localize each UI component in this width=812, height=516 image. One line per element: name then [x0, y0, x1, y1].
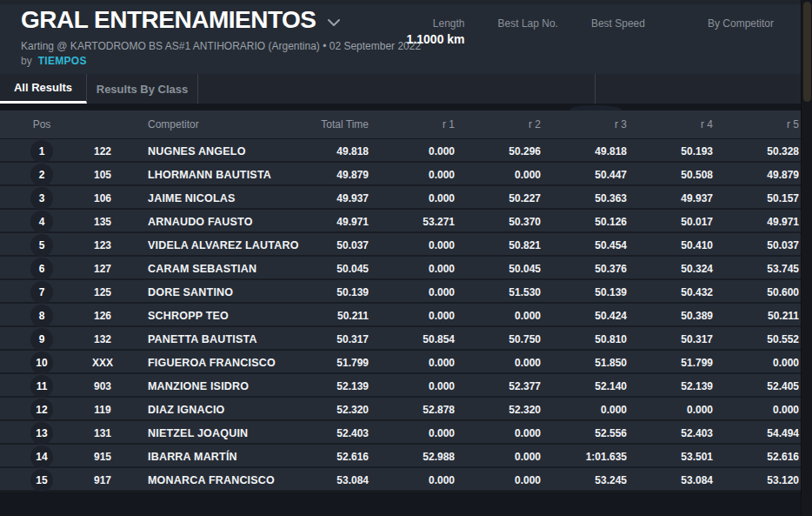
- table-row[interactable]: 10XXXFIGUEROA FRANCISCO51.7990.0000.0005…: [0, 351, 801, 374]
- total-time: 50.211: [287, 310, 370, 322]
- by-label: by: [21, 55, 32, 67]
- position-badge: 2: [30, 164, 53, 186]
- round-4-time: 50.389: [629, 310, 715, 322]
- column-header-r4: r 4: [629, 118, 715, 131]
- round-1-time: 50.854: [370, 333, 456, 345]
- organizer-link[interactable]: TIEMPOS: [38, 55, 87, 67]
- stat-length-value: 1.1000 km: [407, 32, 465, 46]
- position-badge: 12: [30, 399, 53, 421]
- round-3-time: 50.424: [542, 310, 629, 322]
- tab-results-by-class[interactable]: Results By Class: [87, 74, 198, 104]
- tab-all-results[interactable]: All Results: [0, 74, 87, 104]
- page-title: GRAL ENTRENAMIENTOS: [21, 5, 316, 35]
- round-2-time: 0.000: [456, 357, 542, 369]
- total-time: 50.317: [287, 333, 370, 345]
- round-5-time: 52.405: [715, 380, 801, 392]
- position-badge: 1: [30, 140, 53, 163]
- round-3-time: 53.245: [542, 474, 629, 486]
- table-row[interactable]: 14915IBARRA MARTÍN52.61652.9880.0001:01.…: [0, 445, 801, 468]
- round-4-time: 53.084: [629, 474, 715, 486]
- results-table-header: Pos Competitor Total Time r 1 r 2 r 3 r …: [0, 111, 801, 139]
- column-header-r1: r 1: [370, 118, 456, 131]
- table-row[interactable]: 6127CARAM SEBASTIAN50.0450.00050.04550.3…: [0, 257, 801, 280]
- round-5-time: 50.157: [715, 192, 801, 204]
- total-time: 53.084: [287, 474, 370, 486]
- round-4-time: 52.139: [629, 380, 715, 392]
- table-row[interactable]: 13131NIETZEL JOAQUIN52.4030.0000.00052.5…: [0, 421, 801, 445]
- round-1-time: 0.000: [370, 263, 456, 275]
- table-row[interactable]: 1122NUGNES ANGELO49.8180.00050.29649.818…: [0, 139, 801, 163]
- table-row[interactable]: 4135ARNAUDO FAUSTO49.97153.27150.37050.1…: [0, 210, 801, 233]
- round-3-time: 50.376: [542, 263, 629, 275]
- chevron-down-icon[interactable]: [327, 18, 341, 27]
- round-5-time: 50.552: [715, 333, 801, 345]
- round-3-time: 50.447: [542, 169, 629, 181]
- competitor-name: LHORMANN BAUTISTA: [122, 169, 287, 181]
- round-4-time: 50.432: [629, 286, 715, 298]
- tab-bar-divider: [0, 104, 801, 111]
- kart-number: XXX: [83, 357, 122, 369]
- stat-by-competitor-label: By Competitor: [708, 17, 774, 30]
- competitor-name: CARAM SEBASTIAN: [122, 263, 287, 275]
- total-time: 49.879: [287, 169, 370, 181]
- stat-by-competitor: By Competitor: [708, 17, 774, 46]
- round-5-time: 0.000: [715, 357, 801, 369]
- competitor-name: SCHROPP TEO: [122, 310, 287, 322]
- round-1-time: 0.000: [370, 286, 456, 298]
- round-5-time: 50.600: [715, 286, 801, 298]
- competitor-name: NUGNES ANGELO: [122, 145, 287, 157]
- round-5-time: 54.494: [715, 427, 801, 439]
- scrollbar-thumb[interactable]: [803, 2, 811, 102]
- round-2-time: 52.320: [456, 404, 542, 416]
- stat-best-speed: Best Speed: [591, 17, 645, 46]
- total-time: 51.799: [287, 357, 370, 369]
- table-row[interactable]: 7125DORE SANTINO50.1390.00051.53050.1395…: [0, 280, 801, 304]
- round-5-time: 49.971: [715, 216, 801, 228]
- stat-length: Length 1.1000 km: [407, 17, 465, 46]
- table-row[interactable]: 15917MONARCA FRANCISCO53.0840.0000.00053…: [0, 468, 801, 492]
- stat-best-lap-no-label: Best Lap No.: [498, 17, 558, 30]
- total-time: 49.937: [287, 192, 370, 204]
- position-badge: 14: [30, 446, 53, 468]
- round-2-time: 50.296: [456, 145, 542, 157]
- header-top-edge: [0, 0, 801, 4]
- table-row[interactable]: 8126SCHROPP TEO50.2110.0000.00050.42450.…: [0, 304, 801, 327]
- round-2-time: 50.750: [456, 333, 542, 345]
- round-3-time: 52.556: [542, 427, 629, 439]
- stat-by-competitor-value: [708, 32, 774, 46]
- round-1-time: 0.000: [370, 192, 456, 204]
- table-row[interactable]: 11903MANZIONE ISIDRO52.1390.00052.37752.…: [0, 374, 801, 398]
- total-time: 50.045: [287, 263, 370, 275]
- round-1-time: 0.000: [370, 145, 456, 157]
- round-1-time: 0.000: [370, 239, 456, 251]
- scrollbar-track[interactable]: [801, 0, 812, 516]
- table-row[interactable]: 9132PANETTA BAUTISTA50.31750.85450.75050…: [0, 327, 801, 351]
- round-3-time: 49.818: [542, 145, 629, 157]
- competitor-name: DIAZ IGNACIO: [122, 404, 287, 416]
- table-row[interactable]: 2105LHORMANN BAUTISTA49.8790.0000.00050.…: [0, 163, 801, 186]
- round-5-time: 50.037: [715, 239, 801, 251]
- round-4-time: 50.017: [629, 216, 715, 228]
- round-1-time: 0.000: [370, 474, 456, 486]
- column-header-r5: r 5: [715, 118, 801, 131]
- round-4-time: 50.317: [629, 333, 715, 345]
- round-3-time: 50.363: [542, 192, 629, 204]
- total-time: 49.818: [287, 145, 370, 157]
- table-row[interactable]: 12119DIAZ IGNACIO52.32052.87852.3200.000…: [0, 398, 801, 421]
- competitor-name: NIETZEL JOAQUIN: [122, 427, 287, 439]
- table-row[interactable]: 3106JAIME NICOLAS49.9370.00050.22750.363…: [0, 186, 801, 210]
- stat-best-speed-label: Best Speed: [591, 17, 645, 30]
- round-2-time: 50.370: [456, 216, 542, 228]
- table-row[interactable]: 5123VIDELA ALVAREZ LAUTARO50.0370.00050.…: [0, 233, 801, 257]
- round-4-time: 50.324: [629, 263, 715, 275]
- round-2-time: 0.000: [456, 451, 542, 463]
- kart-number: 915: [83, 451, 122, 463]
- round-1-time: 0.000: [370, 427, 456, 439]
- competitor-name: MONARCA FRANCISCO: [122, 474, 287, 486]
- round-3-time: 50.139: [542, 286, 629, 298]
- round-5-time: 53.745: [715, 263, 801, 275]
- round-4-time: 51.799: [629, 357, 715, 369]
- round-4-time: 0.000: [629, 404, 715, 416]
- round-4-time: 50.508: [629, 169, 715, 181]
- round-2-time: 52.377: [456, 380, 542, 392]
